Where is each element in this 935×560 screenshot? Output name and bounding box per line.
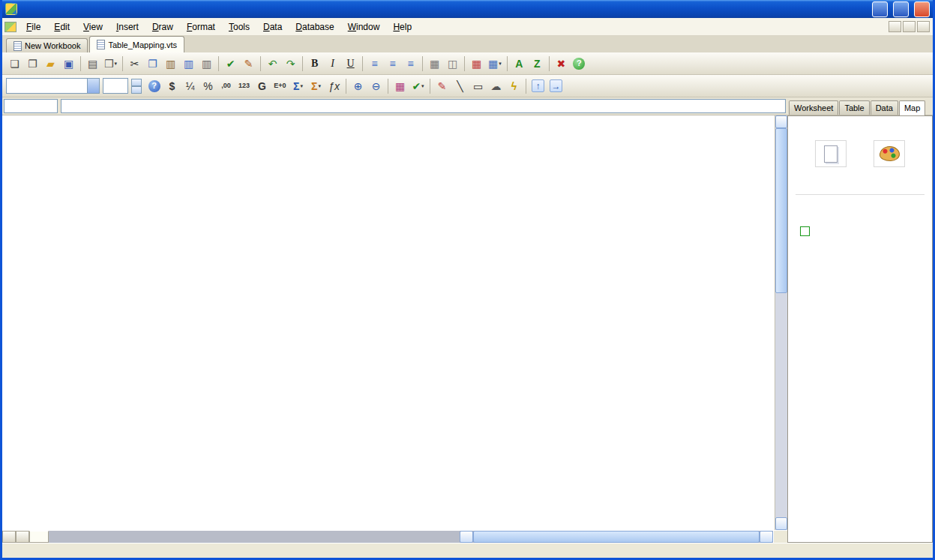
help-tip-icon[interactable]: ?: [145, 77, 163, 95]
zoom-in-icon[interactable]: ⊕: [349, 77, 367, 95]
sort-ascending-icon[interactable]: A: [511, 55, 528, 73]
number-format-icon[interactable]: 123: [235, 77, 253, 95]
mdi-restore-icon[interactable]: [903, 21, 916, 32]
italic-icon[interactable]: I: [324, 55, 341, 73]
spin-down-icon[interactable]: [131, 86, 142, 94]
duplicate-document-icon[interactable]: ❐: [24, 55, 41, 73]
new-mapping-button[interactable]: [815, 140, 847, 167]
spell-check-icon[interactable]: ✔: [222, 55, 239, 73]
bold-icon[interactable]: B: [306, 55, 323, 73]
new-document-icon[interactable]: ❏: [6, 55, 23, 73]
scroll-left-icon[interactable]: [460, 531, 473, 543]
general-format-icon[interactable]: G: [253, 77, 271, 95]
doc-tab-new-workbook[interactable]: New Workbook: [6, 38, 88, 52]
scroll-up-icon[interactable]: [775, 115, 787, 128]
sheet-tab[interactable]: [29, 531, 49, 543]
close-button[interactable]: [914, 1, 930, 17]
panel-tab-map[interactable]: Map: [899, 100, 925, 115]
cell-reference-box[interactable]: [4, 99, 58, 113]
open-folder-icon[interactable]: ▰: [42, 55, 59, 73]
thousands-format-icon[interactable]: ,00: [217, 77, 235, 95]
menu-edit[interactable]: Edit: [47, 19, 76, 35]
sum-icon[interactable]: Σ▾: [289, 77, 307, 95]
draw-rectangle-icon[interactable]: ▭: [469, 77, 487, 95]
mdi-minimize-icon[interactable]: [889, 21, 901, 32]
insert-function-icon[interactable]: ƒx: [325, 77, 343, 95]
currency-format-icon[interactable]: $: [163, 77, 181, 95]
menu-draw[interactable]: Draw: [145, 19, 180, 35]
last-sheet-icon[interactable]: [16, 531, 29, 543]
align-left-icon[interactable]: ≡: [366, 55, 383, 73]
format-painter-icon[interactable]: ✎: [240, 55, 257, 73]
draw-line-icon[interactable]: ╲: [451, 77, 469, 95]
menu-database[interactable]: Database: [289, 19, 340, 35]
menu-format[interactable]: Format: [180, 19, 222, 35]
horizontal-scroll-thumb[interactable]: [473, 531, 760, 543]
cut-icon[interactable]: ✂: [126, 55, 143, 73]
scroll-right-icon[interactable]: [760, 531, 773, 543]
menu-help[interactable]: Help: [386, 19, 418, 35]
horizontal-scrollbar[interactable]: [49, 531, 773, 543]
print-icon[interactable]: ▤: [84, 55, 101, 73]
menu-data[interactable]: Data: [256, 19, 289, 35]
help-icon[interactable]: ?: [571, 55, 588, 73]
vertical-scrollbar[interactable]: [775, 115, 787, 530]
menu-insert[interactable]: Insert: [109, 19, 145, 35]
panel-tab-table[interactable]: Table: [839, 100, 869, 115]
colour-palette-button[interactable]: [874, 140, 905, 167]
merge-cells-icon[interactable]: ◫: [444, 55, 461, 73]
panel-tab-worksheet[interactable]: Worksheet: [789, 100, 838, 115]
menu-file[interactable]: File: [19, 19, 47, 35]
move-right-icon[interactable]: →: [547, 77, 565, 95]
redo-icon[interactable]: ↷: [282, 55, 299, 73]
percent-format-icon[interactable]: %: [199, 77, 217, 95]
redo-glyph: ↷: [286, 58, 295, 69]
menu-window[interactable]: Window: [341, 19, 387, 35]
minimize-button[interactable]: [872, 1, 888, 17]
print-preview-icon[interactable]: ❒▾: [102, 55, 119, 73]
font-dropdown-icon[interactable]: [87, 79, 99, 93]
scientific-format-icon[interactable]: E+0: [271, 77, 289, 95]
delete-icon[interactable]: ✖: [553, 55, 570, 73]
low-intensity-checkbox[interactable]: [800, 226, 810, 236]
sort-descending-icon[interactable]: Z: [529, 55, 546, 73]
insert-table-icon[interactable]: ▦▾: [486, 55, 504, 73]
undo-icon[interactable]: ↶: [264, 55, 281, 73]
first-sheet-icon[interactable]: [2, 531, 16, 543]
spin-up-icon[interactable]: [131, 79, 142, 86]
validate-icon[interactable]: ✔▾: [409, 77, 427, 95]
borders-icon[interactable]: ▦: [426, 55, 443, 73]
mdi-close-icon[interactable]: [917, 21, 930, 32]
move-up-icon[interactable]: ↑: [529, 77, 547, 95]
font-name-select[interactable]: [6, 78, 100, 94]
menu-tools[interactable]: Tools: [222, 19, 256, 35]
maximize-button[interactable]: [893, 1, 909, 17]
doc-tab-table-mapping-vts[interactable]: Table_Mapping.vts: [89, 36, 184, 52]
copy-icon[interactable]: ❐: [144, 55, 161, 73]
fraction-format-icon[interactable]: ¼: [181, 77, 199, 95]
clipboard-icon[interactable]: ▥: [198, 55, 215, 73]
paste-icon[interactable]: ▥: [162, 55, 179, 73]
insert-chart-icon[interactable]: ▦: [468, 55, 485, 73]
vertical-scroll-track[interactable]: [775, 293, 787, 517]
align-center-icon[interactable]: ≡: [384, 55, 401, 73]
underline-icon[interactable]: U: [342, 55, 359, 73]
align-right-icon[interactable]: ≡: [402, 55, 419, 73]
zoom-out-icon[interactable]: ⊖: [367, 77, 385, 95]
save-icon[interactable]: ▣: [60, 55, 77, 73]
font-size-input[interactable]: [103, 78, 128, 94]
draw-lightning-icon[interactable]: ϟ: [505, 77, 523, 95]
chart-mapping-icon[interactable]: ▦: [391, 77, 409, 95]
draw-pencil-icon[interactable]: ✎: [433, 77, 451, 95]
menu-view[interactable]: View: [76, 19, 109, 35]
paste-special-icon[interactable]: ▥: [180, 55, 197, 73]
scroll-down-icon[interactable]: [775, 517, 787, 530]
horizontal-scroll-track[interactable]: [49, 531, 460, 543]
autosum-icon[interactable]: Σ▾: [307, 77, 325, 95]
fraction-format-glyph: ¼: [186, 81, 195, 91]
draw-callout-icon[interactable]: ☁: [487, 77, 505, 95]
vertical-scroll-thumb[interactable]: [775, 128, 787, 293]
formula-input[interactable]: [61, 99, 786, 113]
panel-tab-data[interactable]: Data: [871, 100, 898, 115]
open-folder-glyph: ▰: [46, 58, 55, 69]
